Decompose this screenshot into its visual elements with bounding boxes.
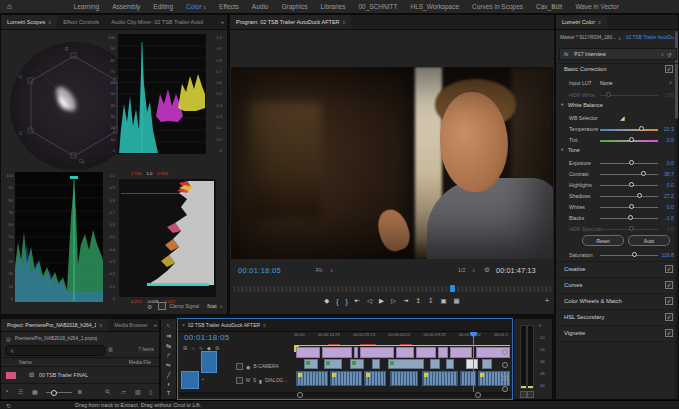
scrollbar-thumb[interactable]: [675, 31, 678, 119]
workspace-tab[interactable]: Cav_Edit: [536, 3, 562, 10]
workspace-tab[interactable]: Color: [186, 3, 206, 10]
workspace-tab[interactable]: 00_SCHNITT: [358, 3, 397, 10]
hand-tool[interactable]: ◖: [167, 381, 171, 387]
creative-checkbox[interactable]: ✓: [665, 265, 673, 273]
vignette-checkbox[interactable]: ✓: [665, 329, 673, 337]
track-collapse-toggle[interactable]: [502, 375, 508, 381]
hsl-secondary-section[interactable]: HSL Secondary: [564, 314, 604, 320]
effect-preset-row[interactable]: fx P17 Interview ∨ ↺: [559, 48, 677, 60]
track-collapse-toggle[interactable]: [502, 349, 508, 355]
video-clip[interactable]: [482, 359, 492, 369]
tab-program[interactable]: Program: 02 TSB Trailer AutoDuck AFTER ≡: [230, 15, 351, 29]
highlights-value[interactable]: 0.0: [667, 182, 674, 188]
slider-knob[interactable]: [629, 137, 634, 142]
slider-knob[interactable]: [632, 252, 637, 257]
step-back-button[interactable]: ◁: [367, 297, 372, 305]
saturation-value[interactable]: 116.8: [661, 252, 674, 258]
white-balance-section[interactable]: White Balance: [568, 102, 603, 108]
video-clip[interactable]: [430, 359, 440, 369]
type-tool[interactable]: T: [167, 390, 171, 396]
go-to-out-button[interactable]: ⇥: [403, 297, 408, 305]
video-clip[interactable]: [446, 359, 454, 369]
contrast-value[interactable]: 38.7: [664, 171, 674, 177]
tab-audio-clip-mixer[interactable]: Audio Clip Mixer: 02 TSB Trailer AutoDuc…: [105, 15, 209, 29]
whites-slider[interactable]: [600, 207, 658, 208]
ruler-label[interactable]: 00:01:14:22: [459, 332, 481, 337]
track-select-tool[interactable]: ⇉: [166, 332, 171, 339]
solo-meter-button[interactable]: [520, 391, 527, 398]
delete-button[interactable]: ▯: [149, 388, 152, 395]
audio-clip[interactable]: [364, 371, 386, 386]
timeline-playhead[interactable]: [473, 332, 474, 392]
new-item-button[interactable]: ▥: [135, 388, 141, 395]
find-button[interactable]: ⚲: [103, 387, 111, 395]
workspace-tab[interactable]: Graphics: [281, 3, 307, 10]
search-in-button[interactable]: ▥: [108, 346, 113, 352]
exposure-value[interactable]: 0.0: [667, 160, 674, 166]
program-settings-icon[interactable]: ⚙: [484, 266, 490, 274]
curves-section[interactable]: Curves: [564, 282, 582, 288]
slider-knob[interactable]: [629, 204, 634, 209]
blacks-value[interactable]: -1.0: [665, 215, 674, 221]
ruler-label[interactable]: 00:00:44:22: [388, 332, 410, 337]
clamp-signal-checkbox[interactable]: [158, 302, 166, 310]
video-clip[interactable]: [350, 359, 364, 369]
video-clip-selected[interactable]: [466, 359, 478, 369]
audio-clip[interactable]: [330, 371, 362, 386]
contrast-slider[interactable]: [600, 174, 658, 175]
workspace-tab[interactable]: HLS_Workspace: [410, 3, 459, 10]
tone-section[interactable]: Tone: [568, 147, 580, 153]
panel-menu-icon[interactable]: ≡: [598, 19, 601, 25]
ruler-label[interactable]: 00:01:2: [494, 332, 508, 337]
zoom-level-select[interactable]: Fit: [316, 267, 322, 273]
exposure-slider[interactable]: [600, 163, 658, 164]
track-collapse-toggle[interactable]: [502, 362, 508, 368]
project-item-sequence[interactable]: 00 TSB Trailer FINAL: [39, 372, 88, 378]
shadows-value[interactable]: 27.2: [664, 193, 674, 199]
lift-button[interactable]: ↥: [416, 297, 421, 305]
saturation-slider[interactable]: [600, 255, 658, 256]
blacks-slider[interactable]: [600, 218, 658, 219]
video-clip[interactable]: [450, 347, 472, 358]
selection-tool[interactable]: ↖: [166, 322, 171, 329]
tint-value[interactable]: 0.0: [667, 137, 674, 143]
zoom-slider-knob[interactable]: [51, 390, 57, 396]
scopes-settings-icon[interactable]: ⚙: [147, 303, 152, 310]
add-marker-button[interactable]: ◆: [324, 297, 329, 305]
video-clip[interactable]: [324, 359, 342, 369]
panel-menu-icon[interactable]: ≡: [263, 322, 266, 328]
slider-knob[interactable]: [637, 193, 642, 198]
target-clip-label[interactable]: 02 TSB Trailer AutoDu...: [626, 35, 676, 40]
workspace-tab[interactable]: Wave in Vector: [575, 3, 618, 10]
basic-correction-checkbox[interactable]: ✓: [665, 65, 673, 73]
scrollbar-handle[interactable]: [475, 392, 481, 398]
export-frame-button[interactable]: ▣: [440, 297, 446, 305]
eyedropper-icon[interactable]: ◢: [620, 114, 625, 121]
slider-knob[interactable]: [641, 171, 646, 176]
tab-lumetri-color[interactable]: Lumetri Color ≡: [556, 15, 607, 29]
slider-knob[interactable]: [639, 126, 644, 131]
tint-slider[interactable]: [600, 140, 658, 142]
column-media-file[interactable]: Media File: [129, 360, 151, 365]
shadows-slider[interactable]: [600, 196, 658, 197]
extract-button[interactable]: ↧: [428, 297, 433, 305]
hsl-secondary-checkbox[interactable]: ✓: [665, 313, 673, 321]
collapse-icon[interactable]: ▾: [561, 102, 563, 107]
home-icon[interactable]: ⌂: [7, 2, 12, 11]
slider-knob[interactable]: [629, 160, 634, 165]
temperature-slider[interactable]: [600, 129, 658, 131]
icon-view-button[interactable]: ▦: [32, 388, 38, 395]
video-clip[interactable]: [296, 347, 320, 358]
workspace-tab[interactable]: Effects: [219, 3, 239, 10]
highlights-slider[interactable]: [600, 185, 658, 186]
panel-menu-icon[interactable]: ≡: [343, 19, 346, 25]
workspace-tab[interactable]: Curves in Scopes: [472, 3, 523, 10]
video-clip[interactable]: [388, 359, 424, 369]
program-current-timecode[interactable]: 00:01:18:05: [238, 266, 281, 275]
tab-media-browser[interactable]: Media Browser: [108, 319, 153, 331]
tab-lumetri-scopes[interactable]: Lumetri Scopes ≡: [1, 15, 57, 29]
workspace-tab[interactable]: Libraries: [320, 3, 345, 10]
pen-tool[interactable]: ╱: [167, 371, 171, 378]
go-to-in-button[interactable]: ⇤: [355, 297, 360, 305]
razor-tool[interactable]: ⌿: [167, 352, 171, 359]
